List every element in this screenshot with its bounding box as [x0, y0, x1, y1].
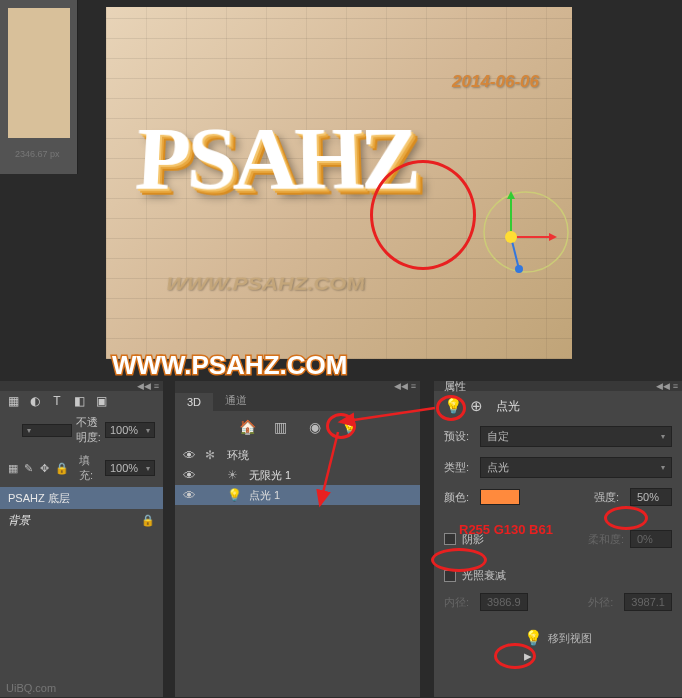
fill-label: 填充: [79, 453, 99, 483]
svg-point-7 [505, 231, 517, 243]
scene-list: 👁 ✻ 环境 👁 ☀ 无限光 1 👁 💡 点光 1 [175, 443, 420, 507]
annotation-color-code: R255 G130 B61 [459, 522, 553, 537]
props-title: 点光 [496, 398, 520, 415]
properties-tab[interactable]: 属性 [438, 379, 656, 394]
preset-row: 预设: 自定▾ [434, 421, 682, 452]
props-title-row: 💡 ⊕ 点光 [434, 391, 682, 421]
visibility-icon[interactable]: 👁 [183, 488, 197, 503]
opacity-label: 不透明度: [76, 415, 101, 445]
filter-adjust-icon[interactable]: ◐ [28, 394, 42, 408]
type-label: 类型: [444, 460, 474, 475]
softness-label: 柔和度: [588, 532, 624, 547]
scene-infinite-light[interactable]: 👁 ☀ 无限光 1 [175, 465, 420, 485]
date-text: 2014-06-06 [452, 72, 539, 92]
document-thumbnail-panel: 2346.67 px [0, 0, 78, 174]
lock-icon: 🔒 [141, 514, 155, 527]
intensity-label: 强度: [594, 490, 624, 505]
annotation-ellipse-move [494, 643, 536, 669]
svg-point-6 [515, 265, 523, 273]
environment-icon: ✻ [205, 448, 219, 462]
move-to-view-label[interactable]: 移到视图 [548, 631, 592, 646]
annotation-ellipse-gizmo [370, 160, 476, 270]
shadow-checkbox[interactable] [444, 533, 456, 545]
thumbnail-size-label: 2346.67 px [15, 149, 60, 159]
coords-icon[interactable]: ⊕ [470, 397, 488, 415]
annotation-ellipse-filter [326, 413, 356, 439]
fill-input[interactable]: 100%▾ [105, 460, 155, 476]
lock-paint-icon[interactable]: ✎ [24, 462, 34, 474]
move-to-view-row: 💡▸ 移到视图 [434, 624, 682, 652]
svg-marker-4 [549, 233, 557, 241]
site-watermark: UiBQ.com [6, 682, 56, 694]
filter-material-icon[interactable]: ◉ [307, 419, 323, 435]
point-light-icon: 💡 [227, 488, 241, 502]
inner-label: 内径: [444, 595, 474, 610]
tab-3d[interactable]: 3D [175, 393, 213, 411]
softness-input: 0% [630, 530, 672, 548]
scene-point-light[interactable]: 👁 💡 点光 1 [175, 485, 420, 505]
visibility-icon[interactable]: 👁 [183, 448, 197, 463]
layers-panel-header: ◀◀ ≡ [0, 381, 163, 391]
props-panel-header: 属性 ◀◀ ≡ [434, 381, 682, 391]
type-dropdown[interactable]: 点光▾ [480, 457, 672, 478]
properties-panel: 属性 ◀◀ ≡ 💡 ⊕ 点光 预设: 自定▾ 类型: 点光▾ 颜色: 强度: 5… [434, 381, 682, 697]
blend-mode-dropdown[interactable]: ▾ [22, 424, 72, 437]
3d-panel: ◀◀ ≡ 3D 通道 🏠 ▥ ◉ 💡 👁 ✻ 环境 👁 ☀ 无限光 1 👁 💡 … [175, 381, 420, 697]
annotation-ellipse-light-icon [436, 395, 466, 421]
3d-gizmo[interactable] [481, 187, 571, 277]
annotation-ellipse-shadow [431, 548, 487, 572]
collapse-icon[interactable]: ◀◀ ≡ [394, 381, 416, 391]
inner-input: 3986.9 [480, 593, 528, 611]
3d-filter-toolbar: 🏠 ▥ ◉ 💡 [175, 411, 420, 443]
scene-environment[interactable]: 👁 ✻ 环境 [175, 445, 420, 465]
svg-point-0 [484, 192, 568, 272]
tab-channels[interactable]: 通道 [213, 390, 259, 411]
outer-label: 外径: [588, 595, 618, 610]
watermark-text: WWW.PSAHZ.COM [112, 350, 347, 381]
infinite-light-icon: ☀ [227, 468, 241, 482]
annotation-ellipse-intensity [604, 506, 648, 530]
filter-smart-icon[interactable]: ▣ [94, 394, 108, 408]
type-row: 类型: 点光▾ [434, 452, 682, 483]
preset-dropdown[interactable]: 自定▾ [480, 426, 672, 447]
document-canvas[interactable]: 2014-06-06 PSAHZ WWW.PSAHZ.COM [106, 7, 572, 359]
filter-shape-icon[interactable]: ◧ [72, 394, 86, 408]
opacity-row: ▾ 不透明度: 100%▾ [0, 411, 163, 449]
layers-panel: ◀◀ ≡ ▦ ◐ T ◧ ▣ ▾ 不透明度: 100%▾ 锁定: ▦ ✎ ✥ 🔒… [0, 381, 163, 697]
preset-label: 预设: [444, 429, 474, 444]
color-intensity-row: 颜色: 强度: 50% [434, 483, 682, 511]
filter-type-icon[interactable]: T [50, 394, 64, 408]
lock-transparency-icon[interactable]: ▦ [8, 462, 18, 474]
visibility-icon[interactable]: 👁 [183, 468, 197, 483]
3d-tab-bar: 3D 通道 [175, 391, 420, 411]
filter-pixel-icon[interactable]: ▦ [6, 394, 20, 408]
color-swatch[interactable] [480, 489, 520, 505]
layers-toolbar: ▦ ◐ T ◧ ▣ [0, 391, 163, 411]
layer-background[interactable]: 背景 🔒 [0, 509, 163, 531]
collapse-icon[interactable]: ◀◀ ≡ [656, 381, 678, 391]
lock-move-icon[interactable]: ✥ [40, 462, 50, 474]
intensity-input[interactable]: 50% [630, 488, 672, 506]
3d-panel-header: ◀◀ ≡ [175, 381, 420, 391]
lock-all-icon[interactable]: 🔒 [55, 462, 67, 474]
collapse-icon[interactable]: ◀◀ ≡ [137, 381, 159, 391]
thumbnail-image [8, 8, 70, 138]
layer-psahz[interactable]: PSAHZ 底层 [0, 487, 163, 509]
outer-input: 3987.1 [624, 593, 672, 611]
opacity-input[interactable]: 100%▾ [105, 422, 155, 438]
radius-row: 内径: 3986.9 外径: 3987.1 [434, 588, 682, 616]
color-label: 颜色: [444, 490, 474, 505]
lock-row: 锁定: ▦ ✎ ✥ 🔒 填充: 100%▾ [0, 449, 163, 487]
filter-scene-icon[interactable]: 🏠 [239, 419, 255, 435]
sub-url-text: WWW.PSAHZ.COM [164, 274, 367, 295]
filter-mesh-icon[interactable]: ▥ [273, 419, 289, 435]
